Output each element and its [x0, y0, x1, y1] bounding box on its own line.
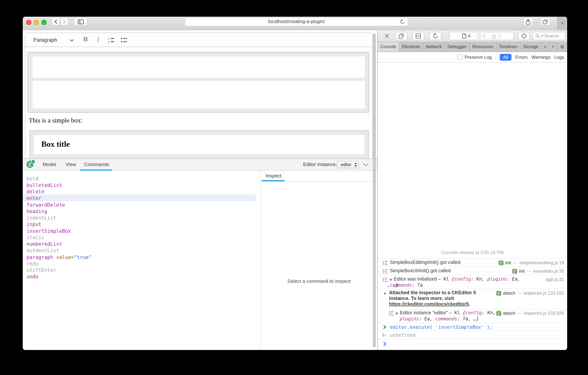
filter-warnings[interactable]: Warnings [531, 55, 550, 60]
console-info-row[interactable]: ▼ Attached the inspector to a CKEditor 5… [378, 288, 567, 309]
detach-inspector-button[interactable] [395, 32, 407, 40]
numbered-list-button[interactable]: 12 [108, 37, 115, 43]
bold-button[interactable]: B [83, 36, 88, 43]
reload-icon[interactable] [400, 19, 405, 25]
bulleted-list-button[interactable] [121, 37, 128, 43]
tab-model[interactable]: Model [43, 159, 56, 170]
editor-instance-select[interactable]: editor [337, 161, 359, 168]
sidebar-toggle-button[interactable] [74, 17, 87, 26]
tab-overview-button[interactable] [540, 17, 550, 26]
command-item[interactable]: heading [27, 209, 47, 214]
tab-network[interactable]: Network [423, 42, 445, 52]
command-item[interactable]: indentList [27, 215, 56, 221]
log-location[interactable]: f attach — inspector.js:133:326 [496, 310, 564, 316]
console-log-row[interactable]: SimpleBoxEditing#init() got called f ini… [378, 258, 567, 266]
collapse-panel-icon[interactable] [363, 163, 369, 166]
command-item[interactable]: shiftEnter [27, 267, 56, 273]
inspect-tab-underline [262, 180, 284, 181]
command-item[interactable]: insertSimpleBox [27, 228, 71, 234]
command-item[interactable]: redo [27, 261, 38, 266]
add-tab-button[interactable]: + [549, 42, 557, 52]
error-count: 0 [483, 33, 485, 39]
preserve-log-checkbox[interactable] [457, 55, 463, 60]
command-item[interactable]: input [27, 221, 41, 227]
ckeditor-docs-link[interactable]: https://ckeditor.com/docs/ckeditor5 [389, 301, 469, 307]
console-prompt-row[interactable] [378, 339, 567, 350]
collapse-triangle-icon[interactable]: ▼ [383, 291, 387, 296]
log-location[interactable]: app.js:31 [546, 277, 564, 282]
expand-triangle-icon[interactable]: ▶ [396, 311, 399, 315]
command-item[interactable]: italic [27, 235, 44, 240]
document-icon [462, 33, 466, 39]
simple-box-widget-empty[interactable] [28, 52, 369, 113]
tab-view[interactable]: View [65, 159, 76, 170]
tab-timelines[interactable]: Timelines [496, 42, 521, 52]
command-item[interactable]: outdentList [27, 248, 59, 253]
editor-instance-label: Editor instance: [303, 159, 337, 170]
box-title-text: Box title [41, 140, 70, 149]
issues-summary-group[interactable]: 4 0 0 [449, 32, 514, 40]
page-scrollbar[interactable] [373, 33, 376, 347]
simple-box-widget[interactable]: Box title [30, 131, 369, 158]
inspector-search-field[interactable]: Search [533, 32, 566, 40]
element-picker-button[interactable] [518, 32, 530, 40]
log-location[interactable]: f init — simpleboxediting.js:19 [498, 260, 564, 265]
tab-resources[interactable]: Resources [470, 42, 496, 52]
editor-editable[interactable]: This is a simple box: Box title [25, 47, 373, 158]
share-button[interactable] [523, 17, 533, 26]
command-item[interactable]: forwardDelete [27, 202, 65, 208]
console-filter-bar: Preserve Log All Errors Warnings Logs [378, 52, 567, 63]
filter-logs[interactable]: Logs [554, 55, 564, 60]
minimize-window-button[interactable] [34, 20, 39, 25]
tabs-icon [543, 19, 548, 24]
heading-dropdown[interactable]: Paragraph [25, 33, 78, 46]
preserve-log-toggle[interactable]: Preserve Log [457, 55, 492, 60]
simple-box-title-field[interactable]: Box title [34, 135, 365, 154]
tab-debugger[interactable]: Debugger [445, 42, 470, 52]
command-item[interactable]: bold [27, 176, 38, 182]
tab-elements[interactable]: Elements [399, 42, 423, 52]
console-input-echo-row[interactable]: editor.execute( 'insertSimpleBox' ); [378, 323, 567, 331]
command-item[interactable]: numberedList [27, 241, 62, 247]
console-log-row-child[interactable]: ▶ Editor instance "editor" – Kl {config:… [378, 309, 567, 323]
console-result-value: undefined [390, 331, 510, 338]
italic-button[interactable]: I [97, 36, 99, 44]
search-scope-chevron-icon [541, 35, 543, 37]
console-log-row[interactable]: ▶ Editor was initialized – Kl {config: K… [378, 275, 567, 288]
tab-overflow-button[interactable]: » [541, 42, 549, 52]
close-inspector-icon[interactable] [385, 33, 389, 38]
back-button[interactable] [52, 17, 60, 26]
log-location[interactable]: f attach — inspector.js:133:182 [496, 290, 564, 296]
tab-inspect[interactable]: Inspect [266, 171, 282, 181]
command-item[interactable]: undo [27, 274, 38, 279]
log-icon [383, 261, 388, 265]
tab-storage[interactable]: Storage [520, 42, 541, 52]
function-badge-icon: f [498, 260, 503, 265]
dock-bottom-icon [416, 33, 421, 39]
forward-button[interactable] [60, 17, 69, 26]
svg-text:1: 1 [108, 37, 109, 40]
new-tab-button[interactable]: + [557, 17, 567, 30]
simple-box-description-field[interactable] [32, 81, 365, 109]
row-divider [388, 309, 567, 309]
reload-page-button[interactable] [429, 32, 441, 40]
log-location[interactable]: f init — essentials.js:35 [512, 268, 564, 274]
close-window-button[interactable] [26, 20, 32, 25]
simple-box-title-field[interactable] [32, 56, 365, 78]
tab-commands[interactable]: Commands [84, 159, 109, 170]
settings-gear-icon[interactable]: ⚙ [557, 42, 567, 52]
console-result-row[interactable]: undefined [378, 331, 567, 339]
tab-console[interactable]: Console [378, 42, 399, 52]
dock-bottom-button[interactable] [412, 32, 424, 40]
zoom-window-button[interactable] [41, 20, 47, 25]
console-log-row[interactable]: SimpleBoxUI#init() got called f init — e… [378, 266, 567, 275]
command-item[interactable]: paragraph value="true" [27, 254, 92, 260]
filter-errors[interactable]: Errors [515, 55, 528, 60]
address-bar[interactable]: localhost/creating-a-plugin/ [185, 17, 408, 26]
command-item[interactable]: delete [27, 189, 44, 195]
expand-triangle-icon[interactable]: ▶ [390, 277, 392, 281]
command-item[interactable]: bulletedList [27, 182, 62, 188]
log-icon [383, 277, 388, 282]
command-item-selected[interactable]: enter [27, 195, 41, 201]
filter-all[interactable]: All [500, 54, 512, 60]
